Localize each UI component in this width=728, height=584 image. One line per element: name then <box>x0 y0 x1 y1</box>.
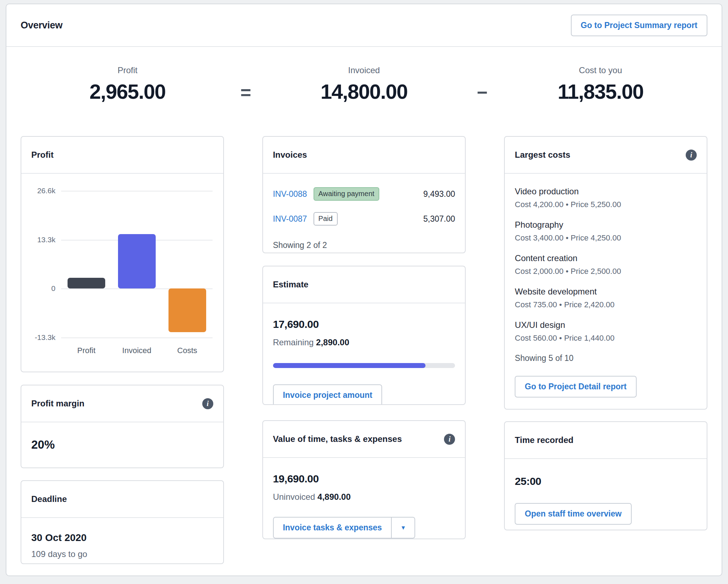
cards-grid: Profit 26.6k13.3k0-13.3kProfitInvoicedCo… <box>6 136 722 564</box>
status-badge: Paid <box>314 212 338 226</box>
summary-stat-profit: Profit 2,965.00 <box>21 65 234 103</box>
cost-detail: Cost 3,400.00 • Price 4,250.00 <box>515 233 697 243</box>
summary-equation: Profit 2,965.00 = Invoiced 14,800.00 − C… <box>6 47 722 103</box>
card-header: Largest costs i <box>505 137 707 174</box>
x-tick-label: Costs <box>177 346 197 355</box>
invoice-link[interactable]: INV-0088 <box>273 189 307 199</box>
bar-invoiced <box>118 234 156 288</box>
bar-profit <box>68 278 105 289</box>
y-tick-label: -13.3k <box>23 333 55 342</box>
invoice-tasks-split-button: Invoice tasks & expenses ▼ <box>273 517 416 539</box>
time-recorded-card: Time recorded 25:00 Open staff time over… <box>504 421 707 530</box>
invoice-amount: 9,493.00 <box>423 189 455 199</box>
estimate-progress-track <box>273 363 455 368</box>
profit-chart-plot: 26.6k13.3k0-13.3kProfitInvoicedCosts <box>61 191 213 337</box>
summary-stat-value: 11,835.00 <box>494 80 707 103</box>
summary-stat-cost: Cost to you 11,835.00 <box>494 65 707 103</box>
estimate-remaining-line: Remaining 2,890.00 <box>273 337 455 347</box>
deadline-days-to-go: 109 days to go <box>31 549 213 559</box>
go-to-project-summary-report-button[interactable]: Go to Project Summary report <box>571 15 707 36</box>
invoices-card: Invoices INV-0088 Awaiting payment 9,493… <box>262 136 466 253</box>
summary-stat-invoiced: Invoiced 14,800.00 <box>257 65 471 103</box>
caret-down-icon[interactable]: ▼ <box>392 517 415 539</box>
card-header: Time recorded <box>505 422 707 459</box>
card-title: Profit <box>31 150 54 160</box>
cost-item: Video production Cost 4,200.00 • Price 5… <box>515 186 697 209</box>
middle-column: Invoices INV-0088 Awaiting payment 9,493… <box>262 136 466 564</box>
invoices-body: INV-0088 Awaiting payment 9,493.00 INV-0… <box>263 174 465 250</box>
cost-detail: Cost 2,000.00 • Price 2,500.00 <box>515 267 697 276</box>
open-staff-time-overview-button[interactable]: Open staff time overview <box>515 503 631 525</box>
x-tick-label: Invoiced <box>122 346 151 355</box>
invoice-link[interactable]: INV-0087 <box>273 214 307 224</box>
uninvoiced-label: Uninvoiced <box>273 492 315 502</box>
card-header: Estimate <box>263 266 465 303</box>
cost-name: Website development <box>515 287 697 297</box>
panel-header: Overview Go to Project Summary report <box>6 4 722 47</box>
card-title: Profit margin <box>31 399 84 409</box>
info-icon[interactable]: i <box>202 398 213 409</box>
largest-costs-card: Largest costs i Video production Cost 4,… <box>504 136 707 410</box>
estimate-progress-fill <box>273 363 425 368</box>
deadline-body: 30 Oct 2020 109 days to go <box>21 518 223 564</box>
summary-stat-label: Profit <box>21 65 234 75</box>
cost-item: UX/UI design Cost 560.00 • Price 1,440.0… <box>515 320 697 343</box>
minus-operator: − <box>471 65 494 103</box>
left-column: Profit 26.6k13.3k0-13.3kProfitInvoicedCo… <box>21 136 224 564</box>
y-tick-label: 0 <box>23 284 55 293</box>
cost-name: Video production <box>515 186 697 196</box>
card-title: Estimate <box>273 280 309 290</box>
value-body: 19,690.00 Uninvoiced 4,890.00 Invoice ta… <box>263 458 465 539</box>
info-icon[interactable]: i <box>444 434 455 445</box>
cost-name: Content creation <box>515 253 697 263</box>
showing-count: Showing 5 of 10 <box>515 353 697 363</box>
uninvoiced-value: 4,890.00 <box>317 492 350 502</box>
overview-panel: Overview Go to Project Summary report Pr… <box>6 4 722 576</box>
profit-chart-card: Profit 26.6k13.3k0-13.3kProfitInvoicedCo… <box>21 136 224 372</box>
value-of-time-card: Value of time, tasks & expenses i 19,690… <box>262 420 466 539</box>
profit-margin-value: 20% <box>21 422 223 467</box>
cost-item: Website development Cost 735.00 • Price … <box>515 287 697 309</box>
y-tick-label: 13.3k <box>23 236 55 244</box>
time-recorded-body: 25:00 Open staff time overview <box>505 459 707 525</box>
estimate-card: Estimate 17,690.00 Remaining 2,890.00 In… <box>262 266 466 405</box>
card-header: Deadline <box>21 481 223 518</box>
card-title: Value of time, tasks & expenses <box>273 434 402 444</box>
cost-detail: Cost 560.00 • Price 1,440.00 <box>515 334 697 343</box>
card-header: Value of time, tasks & expenses i <box>263 421 465 458</box>
profit-chart: 26.6k13.3k0-13.3kProfitInvoicedCosts <box>26 191 213 337</box>
summary-stat-value: 14,800.00 <box>257 80 471 103</box>
info-icon[interactable]: i <box>686 150 697 161</box>
invoice-tasks-expenses-button[interactable]: Invoice tasks & expenses <box>273 517 392 539</box>
invoice-row: INV-0088 Awaiting payment 9,493.00 <box>273 187 455 201</box>
estimate-value: 17,690.00 <box>273 318 455 330</box>
card-title: Deadline <box>31 494 67 504</box>
status-badge: Awaiting payment <box>314 187 380 201</box>
summary-stat-label: Cost to you <box>494 65 707 75</box>
card-title: Invoices <box>273 150 307 160</box>
summary-stat-label: Invoiced <box>257 65 471 75</box>
summary-stat-value: 2,965.00 <box>21 80 234 103</box>
deadline-card: Deadline 30 Oct 2020 109 days to go <box>21 480 224 564</box>
right-column: Largest costs i Video production Cost 4,… <box>504 136 707 564</box>
invoice-row: INV-0087 Paid 5,307.00 <box>273 212 455 226</box>
cost-name: UX/UI design <box>515 320 697 330</box>
equals-operator: = <box>234 65 257 103</box>
chart-gridline <box>61 337 213 338</box>
chart-gridline <box>61 191 213 191</box>
card-title: Largest costs <box>515 150 570 160</box>
card-header: Profit margin i <box>21 385 223 422</box>
cost-detail: Cost 735.00 • Price 2,420.00 <box>515 300 697 309</box>
go-to-project-detail-report-button[interactable]: Go to Project Detail report <box>515 376 636 398</box>
showing-count: Showing 2 of 2 <box>273 240 455 250</box>
bar-costs <box>168 288 206 332</box>
invoice-project-amount-button[interactable]: Invoice project amount <box>273 384 382 405</box>
uninvoiced-line: Uninvoiced 4,890.00 <box>273 492 455 502</box>
invoice-amount: 5,307.00 <box>423 214 455 224</box>
remaining-value: 2,890.00 <box>316 337 349 347</box>
card-title: Time recorded <box>515 435 573 445</box>
value-of-time-value: 19,690.00 <box>273 473 455 485</box>
y-tick-label: 26.6k <box>23 186 55 195</box>
deadline-date: 30 Oct 2020 <box>31 532 213 544</box>
cost-item: Content creation Cost 2,000.00 • Price 2… <box>515 253 697 276</box>
